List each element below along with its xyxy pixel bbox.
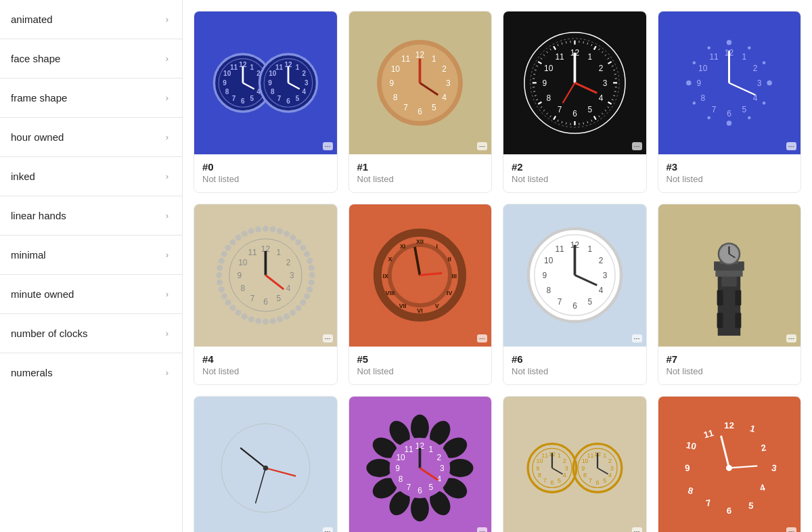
svg-text:7: 7 bbox=[250, 294, 255, 303]
sidebar-item-face-shape[interactable]: face shape › bbox=[0, 39, 182, 79]
card-1[interactable]: 121234567891011 ---#1Not listed bbox=[348, 11, 493, 193]
svg-text:6: 6 bbox=[263, 297, 268, 307]
svg-text:10: 10 bbox=[223, 70, 231, 77]
card-image-2: 121234567891011 --- bbox=[503, 12, 646, 154]
svg-text:V: V bbox=[435, 303, 439, 309]
svg-text:8: 8 bbox=[687, 485, 695, 497]
svg-point-167 bbox=[300, 300, 306, 306]
card-image-5: XIIIIIIIIIVVVIVIIVIIIIXXXI --- bbox=[349, 204, 492, 347]
svg-text:10: 10 bbox=[238, 258, 248, 267]
svg-text:3: 3 bbox=[603, 271, 608, 280]
svg-point-181 bbox=[219, 286, 225, 292]
card-5[interactable]: XIIIIIIIIIVVVIVIIVIIIIXXXI ---#5Not list… bbox=[348, 204, 493, 386]
svg-point-182 bbox=[217, 280, 223, 286]
card-7[interactable]: ---#7Not listed bbox=[658, 204, 802, 386]
filter-sidebar: animated › face shape › frame shape › ho… bbox=[0, 0, 183, 532]
svg-text:XI: XI bbox=[400, 243, 405, 250]
card-11[interactable]: 121234567891011 ---#11Not listed bbox=[658, 396, 802, 532]
sidebar-item-animated[interactable]: animated › bbox=[0, 0, 182, 39]
svg-point-260 bbox=[263, 466, 268, 470]
svg-line-259 bbox=[255, 468, 265, 503]
card-9[interactable]: 121234567891011 ---#9Not listed bbox=[348, 396, 493, 532]
svg-text:VII: VII bbox=[399, 303, 407, 309]
svg-text:7: 7 bbox=[231, 95, 235, 102]
svg-point-161 bbox=[307, 258, 313, 264]
card-0[interactable]: 121234567891011 121234567891011 ---#0Not… bbox=[194, 11, 338, 193]
svg-text:3: 3 bbox=[564, 465, 568, 472]
svg-text:2: 2 bbox=[443, 64, 447, 74]
svg-text:12: 12 bbox=[415, 50, 425, 60]
chevron-icon-frame-shape: › bbox=[166, 93, 168, 103]
svg-point-174 bbox=[255, 318, 261, 324]
card-status-7: Not listed bbox=[667, 366, 793, 376]
svg-text:5: 5 bbox=[742, 104, 747, 114]
svg-text:9: 9 bbox=[396, 464, 401, 473]
svg-text:8: 8 bbox=[393, 93, 398, 102]
svg-point-165 bbox=[307, 286, 313, 292]
sidebar-item-linear-hands[interactable]: linear hands › bbox=[0, 196, 182, 236]
sidebar-item-number-of-clocks[interactable]: number of clocks › bbox=[0, 314, 182, 353]
svg-text:2: 2 bbox=[563, 458, 566, 464]
card-4[interactable]: 121234567891011 ---#4Not listed bbox=[194, 204, 338, 386]
sidebar-item-hour-owned[interactable]: hour owned › bbox=[0, 118, 182, 157]
svg-rect-252 bbox=[717, 290, 723, 305]
svg-point-136 bbox=[693, 61, 696, 64]
svg-text:11: 11 bbox=[405, 444, 414, 453]
sidebar-label-numerals: numerals bbox=[11, 367, 53, 378]
svg-text:3: 3 bbox=[446, 79, 451, 88]
card-image-11: 121234567891011 --- bbox=[658, 397, 801, 532]
svg-point-186 bbox=[221, 251, 227, 257]
svg-text:7: 7 bbox=[712, 104, 717, 114]
card-2[interactable]: 121234567891011 ---#2Not listed bbox=[503, 11, 647, 193]
sidebar-item-minute-owned[interactable]: minute owned › bbox=[0, 275, 182, 314]
sidebar-item-minimal[interactable]: minimal › bbox=[0, 236, 182, 275]
svg-line-319 bbox=[597, 468, 608, 474]
svg-text:8: 8 bbox=[399, 474, 403, 484]
svg-text:5: 5 bbox=[250, 95, 254, 102]
sidebar-item-numerals[interactable]: numerals › bbox=[0, 353, 182, 392]
chevron-icon-minute-owned: › bbox=[166, 289, 168, 299]
svg-point-131 bbox=[748, 116, 750, 119]
card-10[interactable]: 121234567891011 121234567891011 ---#10No… bbox=[503, 396, 647, 532]
svg-point-160 bbox=[304, 251, 310, 257]
svg-text:9: 9 bbox=[390, 79, 394, 88]
card-info-0: #0Not listed bbox=[194, 154, 337, 192]
svg-text:6: 6 bbox=[727, 505, 731, 515]
svg-text:8: 8 bbox=[225, 88, 229, 95]
chevron-icon-hour-owned: › bbox=[166, 132, 168, 142]
svg-point-126 bbox=[727, 40, 731, 45]
svg-text:2: 2 bbox=[599, 63, 604, 72]
card-status-0: Not listed bbox=[202, 174, 329, 184]
card-6[interactable]: 121234567891011 ---#6Not listed bbox=[503, 204, 647, 386]
svg-text:2: 2 bbox=[753, 63, 758, 72]
sidebar-label-inked: inked bbox=[11, 171, 35, 182]
chevron-icon-linear-hands: › bbox=[166, 210, 168, 221]
sidebar-item-inked[interactable]: inked › bbox=[0, 157, 182, 196]
svg-text:10: 10 bbox=[269, 70, 277, 77]
svg-text:5: 5 bbox=[587, 104, 592, 114]
svg-text:2: 2 bbox=[599, 256, 604, 265]
svg-point-185 bbox=[219, 258, 225, 264]
card-3[interactable]: 121234567891011 ---#3Not listed bbox=[658, 11, 802, 193]
svg-point-134 bbox=[693, 102, 696, 104]
svg-text:6: 6 bbox=[241, 97, 245, 104]
main-content: 121234567891011 121234567891011 ---#0Not… bbox=[183, 0, 812, 532]
card-8[interactable]: ---#8Not listed bbox=[194, 396, 338, 532]
svg-text:9: 9 bbox=[536, 465, 539, 472]
svg-text:11: 11 bbox=[702, 428, 715, 440]
card-badge-8: --- bbox=[323, 527, 333, 533]
svg-point-183 bbox=[216, 272, 222, 278]
svg-text:4: 4 bbox=[599, 93, 604, 103]
card-number-0: #0 bbox=[202, 161, 329, 173]
svg-text:3: 3 bbox=[610, 465, 614, 472]
svg-text:6: 6 bbox=[418, 106, 422, 116]
card-image-8: --- bbox=[194, 397, 337, 532]
chevron-icon-minimal: › bbox=[166, 250, 168, 260]
chevron-icon-inked: › bbox=[166, 171, 168, 181]
svg-text:11: 11 bbox=[710, 52, 719, 62]
card-info-6: #6Not listed bbox=[503, 347, 646, 384]
svg-text:5: 5 bbox=[587, 297, 592, 307]
sidebar-item-frame-shape[interactable]: frame shape › bbox=[0, 79, 182, 118]
svg-text:5: 5 bbox=[276, 294, 281, 303]
svg-text:3: 3 bbox=[757, 79, 762, 88]
